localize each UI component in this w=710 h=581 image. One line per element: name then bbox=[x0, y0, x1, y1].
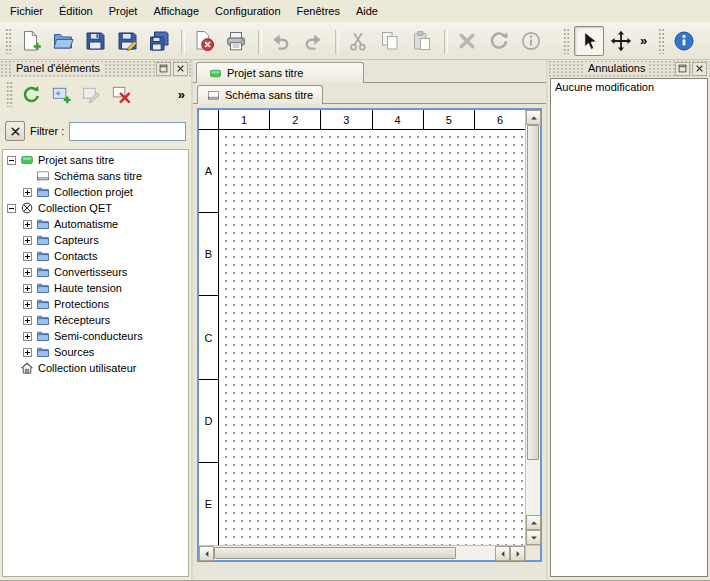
toolbar-drag-handle[interactable] bbox=[5, 28, 12, 54]
horizontal-scrollbar[interactable] bbox=[199, 545, 525, 560]
close-button[interactable] bbox=[692, 62, 707, 76]
tree-item[interactable]: Contacts bbox=[3, 248, 188, 264]
tree-expander[interactable] bbox=[23, 252, 32, 261]
undo-panel: Annulations Aucune modification bbox=[546, 60, 710, 579]
vertical-scroll-thumb[interactable] bbox=[527, 125, 539, 460]
mode-toolbar-overflow-button[interactable]: » bbox=[637, 26, 650, 56]
menu-item[interactable]: Édition bbox=[51, 0, 101, 21]
folder-icon bbox=[36, 265, 50, 279]
save-as-button[interactable] bbox=[112, 26, 142, 56]
mdi-area: Projet sans titre Schéma sans titre 1 2 bbox=[193, 60, 546, 579]
vertical-scrollbar[interactable] bbox=[525, 110, 540, 545]
column-ruler: 1 2 3 4 5 6 bbox=[219, 110, 525, 130]
tree-expander[interactable] bbox=[23, 220, 32, 229]
menu-item[interactable]: Configuration bbox=[207, 0, 288, 21]
close-file-button[interactable] bbox=[189, 26, 219, 56]
paste-button[interactable] bbox=[407, 26, 437, 56]
new-element-button[interactable] bbox=[47, 80, 75, 108]
schematic-canvas[interactable] bbox=[219, 130, 525, 545]
menu-item[interactable]: Fenêtres bbox=[289, 0, 348, 21]
undo-panel-header[interactable]: Annulations bbox=[548, 60, 710, 77]
tree-item-label: Automatisme bbox=[54, 218, 118, 230]
reload-collections-button[interactable] bbox=[17, 80, 45, 108]
tree-item[interactable]: Collection projet bbox=[3, 184, 188, 200]
tree-item[interactable]: Projet sans titre bbox=[3, 152, 188, 168]
tree-item[interactable]: Sources bbox=[3, 344, 188, 360]
scroll-left-button[interactable] bbox=[199, 546, 214, 561]
open-project-button[interactable] bbox=[48, 26, 78, 56]
copy-button[interactable] bbox=[375, 26, 405, 56]
tree-item-label: Collection projet bbox=[54, 186, 133, 198]
ruler-row-label: C bbox=[199, 295, 218, 378]
tree-item[interactable]: Collection QET bbox=[3, 200, 188, 216]
tree-item-label: Semi-conducteurs bbox=[54, 330, 143, 342]
save-button[interactable] bbox=[80, 26, 110, 56]
tree-expander[interactable] bbox=[23, 300, 32, 309]
delete-button[interactable] bbox=[452, 26, 482, 56]
tree-item[interactable]: Capteurs bbox=[3, 232, 188, 248]
filter-input[interactable] bbox=[69, 122, 186, 141]
elements-panel-header[interactable]: Panel d'éléments bbox=[0, 60, 191, 77]
menu-item[interactable]: Affichage bbox=[145, 0, 207, 21]
diagram-tab-icon bbox=[207, 89, 220, 102]
object-info-button[interactable] bbox=[516, 26, 546, 56]
about-toolbar bbox=[668, 26, 700, 56]
menu-bar: Fichier Édition Projet Affichage Configu… bbox=[0, 0, 710, 22]
tree-item[interactable]: Convertisseurs bbox=[3, 264, 188, 280]
tree-item[interactable]: Semi-conducteurs bbox=[3, 328, 188, 344]
tree-item[interactable]: Collection utilisateur bbox=[3, 360, 188, 376]
scroll-left-button-2[interactable] bbox=[495, 546, 510, 561]
ruler-column-label: 2 bbox=[269, 110, 320, 129]
delete-element-button[interactable] bbox=[107, 80, 135, 108]
tree-item[interactable]: Schéma sans titre bbox=[3, 168, 188, 184]
undo-button[interactable] bbox=[266, 26, 296, 56]
elements-toolbar-overflow-button[interactable]: » bbox=[175, 79, 188, 109]
horizontal-scroll-thumb[interactable] bbox=[214, 547, 456, 559]
new-project-button[interactable] bbox=[16, 26, 46, 56]
tree-item[interactable]: Haute tension bbox=[3, 280, 188, 296]
menu-item[interactable]: Fichier bbox=[2, 0, 51, 21]
pan-mode-button[interactable] bbox=[606, 26, 636, 56]
tree-item[interactable]: Automatisme bbox=[3, 216, 188, 232]
about-toolbar-drag-handle[interactable] bbox=[658, 28, 665, 54]
project-tab[interactable]: Projet sans titre bbox=[196, 62, 364, 83]
edit-element-button[interactable] bbox=[77, 80, 105, 108]
tree-expander[interactable] bbox=[23, 284, 32, 293]
scroll-right-button[interactable] bbox=[510, 546, 525, 561]
scroll-up-button[interactable] bbox=[526, 110, 541, 125]
tree-expander[interactable] bbox=[23, 236, 32, 245]
menu-item[interactable]: Projet bbox=[101, 0, 146, 21]
tree-item[interactable]: Récepteurs bbox=[3, 312, 188, 328]
tree-expander[interactable] bbox=[23, 348, 32, 357]
tree-expander[interactable] bbox=[7, 156, 16, 165]
tree-expander[interactable] bbox=[23, 316, 32, 325]
ruler-column-label: 5 bbox=[423, 110, 474, 129]
horizontal-scroll-track[interactable] bbox=[214, 546, 495, 560]
tree-expander[interactable] bbox=[23, 332, 32, 341]
diagram-tab[interactable]: Schéma sans titre bbox=[197, 85, 323, 104]
folder-icon bbox=[36, 281, 50, 295]
tree-item[interactable]: Protections bbox=[3, 296, 188, 312]
scroll-up-button-2[interactable] bbox=[526, 515, 541, 530]
tree-expander[interactable] bbox=[23, 188, 32, 197]
rotate-button[interactable] bbox=[484, 26, 514, 56]
elements-toolbar-drag-handle[interactable] bbox=[6, 81, 13, 107]
selection-mode-button[interactable] bbox=[574, 26, 604, 56]
float-button[interactable] bbox=[156, 62, 171, 76]
scroll-down-button[interactable] bbox=[526, 530, 541, 545]
close-button[interactable] bbox=[173, 62, 188, 76]
redo-button[interactable] bbox=[298, 26, 328, 56]
vertical-scroll-track[interactable] bbox=[526, 125, 540, 515]
tree-expander[interactable] bbox=[7, 204, 16, 213]
menu-item[interactable]: Aide bbox=[348, 0, 386, 21]
mode-toolbar-drag-handle[interactable] bbox=[563, 28, 570, 54]
folder-icon bbox=[36, 329, 50, 343]
save-all-button[interactable] bbox=[144, 26, 174, 56]
print-button[interactable] bbox=[221, 26, 251, 56]
about-qet-button[interactable] bbox=[669, 26, 699, 56]
clear-filter-button[interactable] bbox=[5, 121, 25, 141]
float-button[interactable] bbox=[675, 62, 690, 76]
tree-expander[interactable] bbox=[23, 268, 32, 277]
project-icon bbox=[20, 153, 34, 167]
cut-button[interactable] bbox=[343, 26, 373, 56]
